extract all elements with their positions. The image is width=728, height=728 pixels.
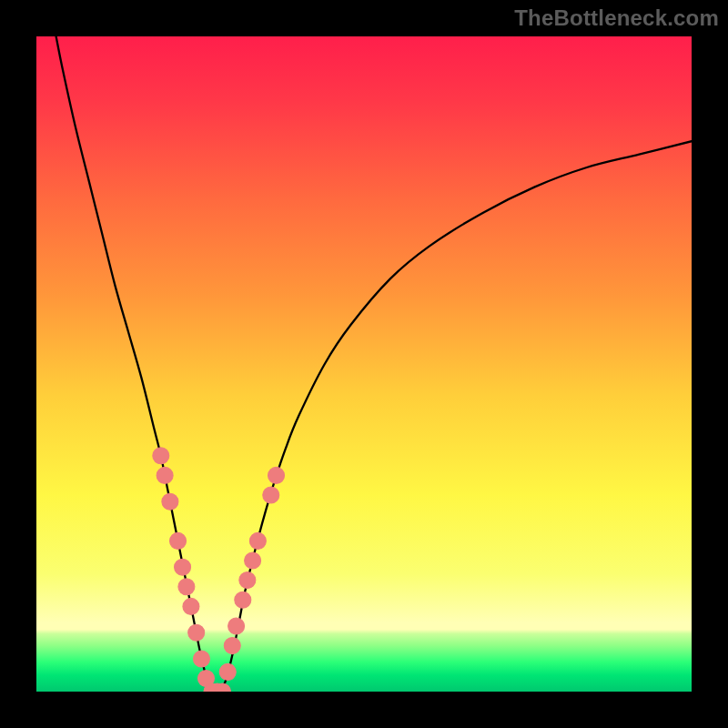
plot-area — [36, 36, 692, 692]
curve-markers — [153, 448, 285, 692]
marker-dot — [193, 651, 209, 667]
curve-path — [56, 36, 692, 692]
marker-dot — [235, 592, 251, 608]
marker-dot — [263, 487, 279, 503]
marker-dot — [228, 618, 245, 634]
marker-dot — [224, 638, 240, 654]
marker-dot — [183, 598, 199, 614]
marker-dot — [249, 532, 266, 549]
bottleneck-curve — [36, 36, 692, 692]
marker-dot — [170, 532, 187, 549]
marker-dot — [157, 467, 173, 483]
marker-dot — [245, 552, 261, 569]
marker-dot — [188, 624, 205, 641]
marker-dot — [219, 663, 236, 680]
marker-dot — [178, 579, 195, 595]
marker-dot — [268, 467, 285, 483]
marker-dot — [162, 493, 178, 510]
marker-dot — [153, 448, 169, 464]
chart-frame: TheBottleneck.com — [0, 0, 728, 728]
marker-dot — [175, 559, 191, 575]
marker-dot — [239, 572, 256, 589]
watermark-text: TheBottleneck.com — [514, 5, 719, 31]
